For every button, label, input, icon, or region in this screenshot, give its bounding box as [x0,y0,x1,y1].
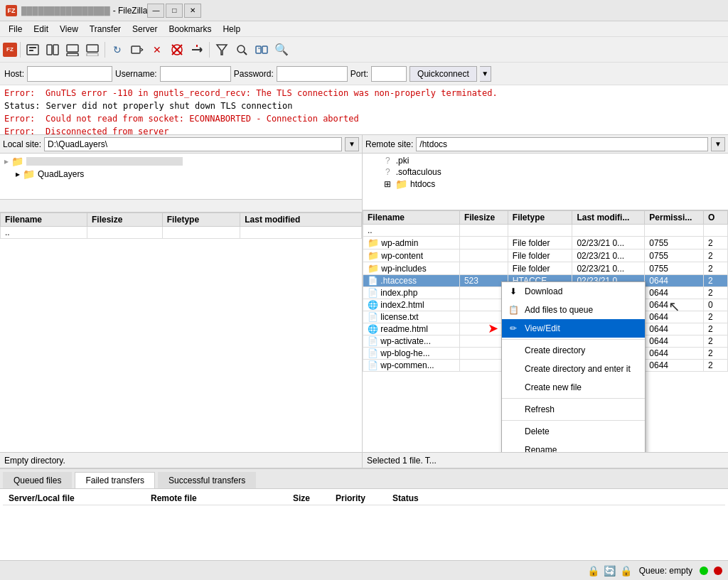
remote-files-panel[interactable]: Filename Filesize Filetype Last modifi..… [363,210,728,452]
remote-col-perms[interactable]: Permissi... [645,211,704,225]
ctx-refresh[interactable]: Refresh [502,400,645,419]
log-text-4: Disconnected from server [46,125,168,135]
password-input[interactable] [277,66,348,82]
menu-file[interactable]: File [3,23,28,36]
remote-tree-htdocs[interactable]: ⊞ 📁 htdocs [364,178,727,190]
menu-edit[interactable]: Edit [28,23,54,36]
remote-file-row-wpadmin[interactable]: 📁 wp-admin File folder 02/23/21 0... 075… [363,237,728,249]
tab-queued-files[interactable]: Queued files [3,472,72,488]
toolbar-disconnect[interactable] [188,41,206,59]
local-path-dropdown[interactable]: ▼ [345,137,359,151]
menu-help[interactable]: Help [217,23,246,36]
menu-transfer[interactable]: Transfer [84,23,127,36]
col-filesize[interactable]: Filesize [87,213,163,227]
menu-bookmarks[interactable]: Bookmarks [163,23,217,36]
toolbar-filter[interactable] [213,41,231,59]
ctx-sep-2 [502,398,645,399]
col-lastmod[interactable]: Last modified [240,213,362,227]
tab-successful-transfers[interactable]: Successful transfers [158,472,256,488]
remote-tree[interactable]: ? .pki ? .softaculous ⊞ 📁 htdocs [363,154,728,210]
remote-file-row-wpincludes[interactable]: 📁 wp-includes File folder 02/23/21 0... … [363,262,728,275]
local-file-name: .. [1,227,87,239]
quickconnect-button[interactable]: Quickconnect [410,66,477,82]
tab-queued-label: Queued files [14,476,61,485]
log-line-1: Error: GnuTLS error -110 in gnutls_recor… [4,87,724,100]
maximize-button[interactable]: □ [166,4,183,18]
remote-col-filesize[interactable]: Filesize [459,211,508,225]
minimize-button[interactable]: — [147,4,164,18]
remote-file-row-parent[interactable]: .. [363,225,728,237]
title-text: - FileZilla [113,6,148,16]
queue-col-size: Size [287,492,330,505]
ctx-create-file-label: Create new file [525,382,582,392]
remote-col-filetype[interactable]: Filetype [508,211,572,225]
log-label-1: Error: [4,87,40,100]
ctx-create-file[interactable]: Create new file [502,378,645,397]
svg-rect-23 [262,46,267,53]
log-text-3: Could not read from socket: ECONNABORTED… [46,112,359,125]
local-status: Empty directory. [0,452,362,468]
remote-col-filename[interactable]: Filename [363,211,460,225]
toolbar-cancel-all[interactable] [168,41,186,59]
local-tree-item-blurred[interactable]: ▸ 📁 [1,155,360,168]
toolbar-finder[interactable]: 🔍 [272,41,291,59]
ctx-delete[interactable]: Delete [502,422,645,441]
remote-col-owner[interactable]: O [704,211,728,225]
remote-file-row-wpcontent[interactable]: 📁 wp-content File folder 02/23/21 0... 0… [363,249,728,262]
queue-area: Queued files Failed transfers Successful… [0,468,728,560]
ctx-create-dir-enter-label: Create directory and enter it [525,364,631,374]
ctx-add-to-queue[interactable]: 📋 Add files to queue [502,301,645,319]
toolbar-toggle-queue[interactable] [83,41,102,59]
context-menu: ⬇ Download 📋 Add files to queue ✏ View/E… [501,281,646,452]
username-input[interactable] [160,66,231,82]
ctx-view-edit[interactable]: ✏ View/Edit ➤ [502,319,645,338]
title-placeholder: ████████████████ [21,6,110,15]
col-filetype[interactable]: Filetype [162,213,240,227]
titlebar: FZ ████████████████ - FileZilla — □ ✕ [0,0,728,21]
toolbar-process-queue[interactable] [128,41,146,59]
lock-icon-1: 🔒 [587,565,599,576]
remote-col-lastmod[interactable]: Last modifi... [572,211,645,225]
tab-failed-transfers[interactable]: Failed transfers [75,472,155,488]
quickconnect-dropdown[interactable]: ▼ [480,66,491,82]
remote-status: Selected 1 file. T... [363,452,728,468]
svg-rect-7 [87,45,98,52]
remote-path-input[interactable] [416,137,708,151]
ctx-create-dir[interactable]: Create directory [502,341,645,360]
toolbar-compare[interactable] [252,41,271,59]
local-tree[interactable]: ▸ 📁 ▸ 📁 QuadLayers [0,154,362,200]
port-input[interactable] [371,66,407,82]
menu-view[interactable]: View [54,23,84,36]
remote-tree-softaculous[interactable]: ? .softaculous [364,166,727,178]
host-input[interactable] [27,66,112,82]
log-text-2: Server did not properly shut down TLS co… [46,100,293,112]
rename-icon [508,444,519,452]
remote-tree-pki[interactable]: ? .pki [364,155,727,166]
create-dir-enter-icon [508,363,519,375]
toolbar-refresh[interactable]: ↻ [108,41,127,59]
download-icon: ⬇ [508,286,519,297]
remote-tree-pki-label: .pki [396,156,410,166]
remote-tree-softaculous-label: .softaculous [396,167,441,177]
ctx-rename[interactable]: Rename [502,441,645,452]
toolbar-toggle-panels[interactable] [43,41,62,59]
toolbar-search[interactable] [232,41,251,59]
ctx-download[interactable]: ⬇ Download [502,282,645,301]
toolbar-cancel[interactable]: ✕ [148,41,166,59]
local-files-panel[interactable]: Filename Filesize Filetype Last modified… [0,213,362,452]
remote-site-label: Remote site: [365,139,413,149]
toolbar-new-connection[interactable] [23,41,42,59]
local-file-row-parent[interactable]: .. [1,227,362,239]
close-button[interactable]: ✕ [184,4,201,18]
local-path-input[interactable] [44,137,342,151]
remote-path-dropdown[interactable]: ▼ [711,137,725,151]
ctx-create-dir-enter[interactable]: Create directory and enter it [502,360,645,378]
local-hscroll[interactable] [0,200,362,213]
menu-server[interactable]: Server [127,23,163,36]
queue-col-status: Status [387,492,725,505]
status-icons: 🔒 🔄 🔒 Queue: empty [587,565,722,576]
col-filename[interactable]: Filename [1,213,87,227]
toolbar-toggle-log[interactable] [63,41,82,59]
svg-rect-8 [87,53,98,56]
local-tree-item-quadlayers[interactable]: ▸ 📁 QuadLayers [1,168,360,181]
